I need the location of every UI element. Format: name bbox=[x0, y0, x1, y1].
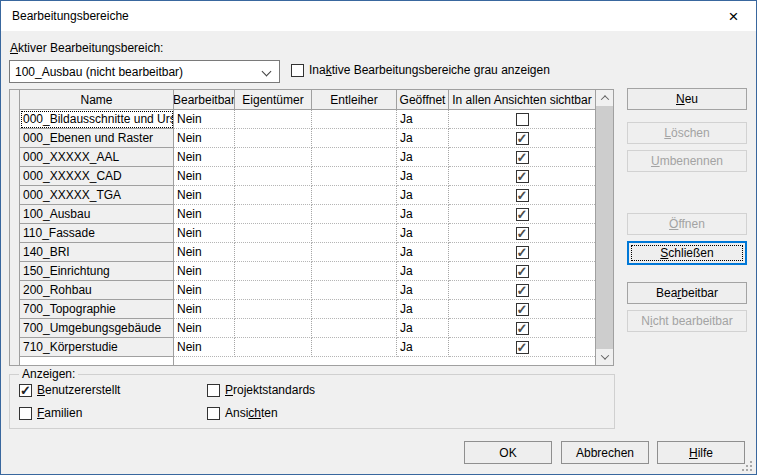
close-button[interactable]: × bbox=[711, 1, 756, 31]
visible-checkbox[interactable] bbox=[516, 151, 529, 164]
workset-editable-cell[interactable]: Nein bbox=[174, 148, 235, 167]
resize-grip[interactable] bbox=[742, 460, 753, 471]
visible-checkbox[interactable] bbox=[516, 132, 529, 145]
workset-visible-cell[interactable] bbox=[449, 224, 595, 243]
workset-opened-cell[interactable]: Ja bbox=[397, 243, 449, 262]
editable-button[interactable]: Bearbeitbar bbox=[627, 282, 747, 304]
table-row[interactable]: 150_Einrichtung Nein Ja bbox=[10, 262, 595, 281]
project-standards-checkbox-row[interactable]: Projektstandards bbox=[207, 383, 315, 397]
header-name[interactable]: Name bbox=[20, 90, 174, 110]
workset-visible-cell[interactable] bbox=[449, 319, 595, 338]
visible-checkbox[interactable] bbox=[516, 303, 529, 316]
workset-visible-cell[interactable] bbox=[449, 338, 595, 357]
workset-editable-cell[interactable]: Nein bbox=[174, 319, 235, 338]
workset-name-cell[interactable]: 140_BRI bbox=[20, 243, 174, 262]
workset-name-cell[interactable]: 700_Topographie bbox=[20, 300, 174, 319]
families-checkbox-row[interactable]: Familien bbox=[19, 406, 82, 420]
open-button[interactable]: Öffnen bbox=[627, 213, 747, 235]
gray-inactive-checkbox[interactable] bbox=[291, 64, 304, 77]
families-checkbox[interactable] bbox=[19, 407, 32, 420]
workset-opened-cell[interactable]: Ja bbox=[397, 300, 449, 319]
workset-opened-cell[interactable]: Ja bbox=[397, 167, 449, 186]
table-row[interactable]: 200_Rohbau Nein Ja bbox=[10, 281, 595, 300]
header-owner[interactable]: Eigentümer bbox=[235, 90, 312, 110]
delete-button[interactable]: Löschen bbox=[627, 122, 747, 144]
vertical-scrollbar[interactable] bbox=[595, 90, 613, 365]
table-row[interactable]: 110_Fassade Nein Ja bbox=[10, 224, 595, 243]
project-standards-checkbox[interactable] bbox=[207, 384, 220, 397]
table-row[interactable]: 700_Topographie Nein Ja bbox=[10, 300, 595, 319]
scrollbar-thumb[interactable] bbox=[596, 106, 613, 349]
workset-name-cell[interactable]: 000_XXXXX_CAD bbox=[20, 167, 174, 186]
workset-opened-cell[interactable]: Ja bbox=[397, 205, 449, 224]
workset-visible-cell[interactable] bbox=[449, 110, 595, 129]
workset-opened-cell[interactable]: Ja bbox=[397, 129, 449, 148]
user-created-checkbox[interactable] bbox=[19, 384, 32, 397]
workset-visible-cell[interactable] bbox=[449, 243, 595, 262]
workset-visible-cell[interactable] bbox=[449, 186, 595, 205]
header-borrower[interactable]: Entleiher bbox=[312, 90, 397, 110]
visible-checkbox[interactable] bbox=[516, 341, 529, 354]
workset-editable-cell[interactable]: Nein bbox=[174, 186, 235, 205]
table-row[interactable]: 000_XXXXX_TGA Nein Ja bbox=[10, 186, 595, 205]
workset-name-cell[interactable]: 150_Einrichtung bbox=[20, 262, 174, 281]
table-row[interactable]: 000_XXXXX_CAD Nein Ja bbox=[10, 167, 595, 186]
views-checkbox[interactable] bbox=[207, 407, 220, 420]
visible-checkbox[interactable] bbox=[516, 208, 529, 221]
workset-editable-cell[interactable]: Nein bbox=[174, 262, 235, 281]
workset-opened-cell[interactable]: Ja bbox=[397, 224, 449, 243]
workset-name-cell[interactable]: 700_Umgebungsgebäude bbox=[20, 319, 174, 338]
views-checkbox-row[interactable]: Ansichten bbox=[207, 406, 278, 420]
visible-checkbox[interactable] bbox=[516, 284, 529, 297]
gray-inactive-checkbox-row[interactable]: Inaktive Bearbeitungsbereiche grau anzei… bbox=[291, 63, 550, 77]
workset-editable-cell[interactable]: Nein bbox=[174, 205, 235, 224]
visible-checkbox[interactable] bbox=[516, 170, 529, 183]
workset-opened-cell[interactable]: Ja bbox=[397, 338, 449, 357]
visible-checkbox[interactable] bbox=[516, 246, 529, 259]
workset-editable-cell[interactable]: Nein bbox=[174, 110, 235, 129]
workset-editable-cell[interactable]: Nein bbox=[174, 338, 235, 357]
workset-opened-cell[interactable]: Ja bbox=[397, 148, 449, 167]
workset-name-cell[interactable]: 100_Ausbau bbox=[20, 205, 174, 224]
visible-checkbox[interactable] bbox=[516, 322, 529, 335]
workset-opened-cell[interactable]: Ja bbox=[397, 110, 449, 129]
workset-editable-cell[interactable]: Nein bbox=[174, 129, 235, 148]
workset-visible-cell[interactable] bbox=[449, 281, 595, 300]
table-row[interactable]: 000_Bildausschnitte und Ursp Nein Ja bbox=[10, 110, 595, 129]
workset-editable-cell[interactable]: Nein bbox=[174, 300, 235, 319]
close-workset-button[interactable]: Schließen bbox=[627, 241, 747, 265]
workset-visible-cell[interactable] bbox=[449, 129, 595, 148]
workset-editable-cell[interactable]: Nein bbox=[174, 243, 235, 262]
header-visible[interactable]: In allen Ansichten sichtbar bbox=[449, 90, 595, 110]
cancel-button[interactable]: Abbrechen bbox=[561, 441, 649, 464]
user-created-checkbox-row[interactable]: Benutzererstellt bbox=[19, 383, 120, 397]
workset-name-cell[interactable]: 000_Bildausschnitte und Ursp bbox=[20, 110, 174, 129]
scroll-down-icon[interactable] bbox=[596, 349, 613, 365]
workset-name-cell[interactable]: 110_Fassade bbox=[20, 224, 174, 243]
table-row[interactable]: 100_Ausbau Nein Ja bbox=[10, 205, 595, 224]
header-opened[interactable]: Geöffnet bbox=[397, 90, 449, 110]
workset-name-cell[interactable]: 000_Ebenen und Raster bbox=[20, 129, 174, 148]
workset-visible-cell[interactable] bbox=[449, 205, 595, 224]
new-button[interactable]: Neu bbox=[627, 88, 747, 110]
workset-opened-cell[interactable]: Ja bbox=[397, 281, 449, 300]
workset-editable-cell[interactable]: Nein bbox=[174, 167, 235, 186]
scroll-up-icon[interactable] bbox=[596, 90, 613, 106]
table-row[interactable]: 700_Umgebungsgebäude Nein Ja bbox=[10, 319, 595, 338]
workset-name-cell[interactable]: 000_XXXXX_TGA bbox=[20, 186, 174, 205]
workset-name-cell[interactable]: 710_Körperstudie bbox=[20, 338, 174, 357]
workset-name-cell[interactable]: 200_Rohbau bbox=[20, 281, 174, 300]
active-workset-dropdown[interactable]: 100_Ausbau (nicht bearbeitbar) bbox=[9, 60, 280, 83]
workset-opened-cell[interactable]: Ja bbox=[397, 186, 449, 205]
ok-button[interactable]: OK bbox=[464, 441, 552, 464]
workset-visible-cell[interactable] bbox=[449, 167, 595, 186]
workset-opened-cell[interactable]: Ja bbox=[397, 319, 449, 338]
rename-button[interactable]: Umbenennen bbox=[627, 150, 747, 172]
visible-checkbox[interactable] bbox=[516, 227, 529, 240]
not-editable-button[interactable]: Nicht bearbeitbar bbox=[627, 310, 747, 332]
visible-checkbox[interactable] bbox=[516, 189, 529, 202]
workset-editable-cell[interactable]: Nein bbox=[174, 281, 235, 300]
visible-checkbox[interactable] bbox=[516, 265, 529, 278]
workset-editable-cell[interactable]: Nein bbox=[174, 224, 235, 243]
table-row[interactable]: 140_BRI Nein Ja bbox=[10, 243, 595, 262]
